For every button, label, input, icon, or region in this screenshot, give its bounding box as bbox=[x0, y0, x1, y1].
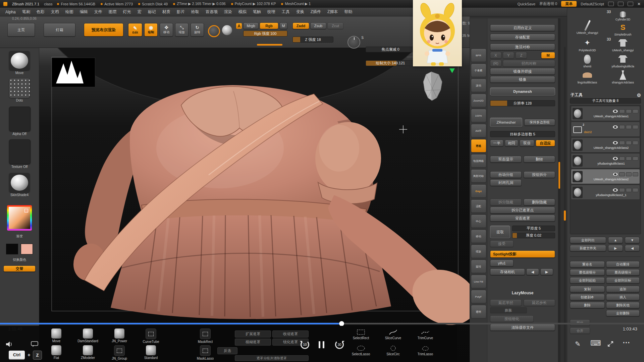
menu-item[interactable]: 纹理 bbox=[267, 9, 275, 15]
stroke-ring-icon[interactable] bbox=[208, 25, 220, 37]
move-down-button[interactable]: ▼ bbox=[625, 237, 640, 243]
quicksave-button[interactable]: QuickSave bbox=[518, 2, 535, 6]
paint-toggle-icon[interactable] bbox=[619, 172, 625, 176]
rotate-mode-button[interactable]: ↻ 旋转 bbox=[191, 23, 204, 37]
menu-item[interactable]: 工具 bbox=[282, 9, 290, 15]
zsub-button[interactable]: Zsub bbox=[310, 22, 326, 29]
move-up-button[interactable]: ▲ bbox=[608, 237, 623, 243]
tool-thumbnail[interactable]: shangyic4dclass bbox=[606, 69, 640, 84]
eye-icon[interactable] bbox=[612, 141, 618, 145]
eye-icon[interactable] bbox=[612, 109, 618, 113]
enable-custom-button[interactable]: 启用自定义 bbox=[490, 24, 555, 31]
lowest-subdiv-button[interactable]: 最低级细分 bbox=[570, 269, 605, 276]
right-shelf-icon[interactable]: 局部对称 bbox=[471, 169, 486, 183]
sculpt-toggle-icon[interactable] bbox=[626, 125, 632, 129]
adaptive-button[interactable]: 自适应 bbox=[536, 140, 555, 146]
right-shelf-icon[interactable]: 缩放 bbox=[471, 245, 486, 258]
paint-toggle-icon[interactable] bbox=[619, 125, 625, 129]
flip-button[interactable]: 翻转 bbox=[524, 156, 555, 163]
menu-item[interactable]: Z插件 bbox=[311, 9, 321, 15]
geo-scrollbar[interactable] bbox=[558, 18, 560, 362]
inflate-slider[interactable]: 膨胀 bbox=[490, 307, 527, 313]
eye-icon[interactable] bbox=[612, 125, 618, 129]
menu-item[interactable]: 文件 bbox=[94, 9, 102, 15]
subtool-scrollbar[interactable] bbox=[564, 47, 566, 362]
store-config-button[interactable]: 存储配置 bbox=[490, 34, 555, 41]
focal-shift-slider[interactable]: 焦点衰减 0 bbox=[366, 47, 415, 52]
mask-toggle-icon[interactable] bbox=[633, 125, 638, 129]
draw-mode-button[interactable]: ◉ 绘制 bbox=[144, 23, 158, 37]
target-polycount-slider[interactable]: 目标多边形数 5 bbox=[490, 131, 555, 137]
menu-item[interactable]: 色彩 bbox=[37, 9, 45, 15]
menu-item[interactable]: Z脚本 bbox=[327, 9, 338, 15]
menu-item[interactable]: 编辑 bbox=[80, 9, 88, 15]
lazy-step-button[interactable]: 延迟步长 bbox=[524, 299, 555, 306]
eye-icon[interactable] bbox=[612, 157, 618, 161]
sculpt-toggle-icon[interactable] bbox=[626, 188, 632, 192]
menu-item[interactable]: 变换 bbox=[296, 9, 304, 15]
symmetry-y-button[interactable]: Y bbox=[503, 52, 514, 59]
tool-thumbnail[interactable]: ✦ PolyMesh3D bbox=[571, 37, 604, 52]
main-color-swatch[interactable] bbox=[6, 244, 18, 254]
zcut-button[interactable]: Zcut bbox=[327, 22, 343, 29]
delete-button[interactable]: 删除 bbox=[570, 302, 605, 308]
color-picker-gradient[interactable] bbox=[9, 207, 30, 229]
split-button[interactable]: 拆分 bbox=[570, 319, 590, 326]
menu-item[interactable]: 灯光 bbox=[123, 9, 131, 15]
create-copy-button[interactable]: 创建副本 bbox=[570, 294, 605, 300]
subtool-item[interactable]: 2 daizi2 bbox=[571, 122, 640, 137]
auto-groups-button[interactable]: 自动分组 bbox=[490, 171, 522, 178]
draw-size-slider[interactable]: 绘制大小 149.121 bbox=[366, 60, 415, 66]
move-in-button[interactable]: ◀ bbox=[625, 245, 640, 251]
move-out-button[interactable]: ▶ bbox=[608, 245, 623, 251]
mask-toggle-icon[interactable] bbox=[633, 109, 638, 113]
right-shelf-icon[interactable]: 透视 bbox=[471, 139, 486, 153]
append-button[interactable]: 追加 bbox=[606, 286, 640, 292]
move-mode-button[interactable]: ✥ 移动 bbox=[160, 23, 173, 37]
insert-button[interactable]: 插入 bbox=[606, 294, 640, 300]
layout-icon[interactable] bbox=[608, 2, 614, 6]
list-all-button[interactable]: 全部列出 bbox=[570, 237, 606, 243]
highest-subdiv-button[interactable]: 最高级细分 bbox=[606, 269, 640, 276]
subtool-item[interactable]: UMesh_shangyic4dclass1 bbox=[571, 106, 640, 121]
edit-mode-button[interactable]: ✎ Edit bbox=[128, 23, 142, 37]
menu-item[interactable]: 文档 bbox=[51, 9, 59, 15]
activate-symmetry-button[interactable]: 激活对称 bbox=[490, 44, 555, 50]
split-hidden-button[interactable]: 拆分隐藏 bbox=[490, 199, 522, 205]
right-shelf-icon[interactable]: 地面网格 bbox=[471, 154, 486, 168]
subtool-scrollbar-thumb[interactable] bbox=[564, 210, 566, 221]
right-shelf-icon[interactable]: PolyF bbox=[471, 290, 486, 303]
subtool-item[interactable]: UMesh_shangyic4dclass2 bbox=[571, 137, 640, 153]
split-masked-button[interactable]: 拆分已遮罩点 bbox=[490, 207, 555, 214]
thickness-slider[interactable]: 厚度 0.02 bbox=[512, 233, 555, 238]
alpha-badge[interactable]: A bbox=[236, 23, 242, 29]
tool-thumbnail[interactable]: 33 Cylinder3D bbox=[606, 10, 640, 21]
menu-item[interactable]: 笔触 bbox=[253, 9, 261, 15]
sculpt-canvas[interactable] bbox=[39, 48, 470, 362]
zadd-button[interactable]: Zadd bbox=[292, 22, 309, 29]
menu-item[interactable]: 图层 bbox=[109, 9, 117, 15]
double-sided-button[interactable]: 双面显示 bbox=[490, 156, 522, 163]
same-button[interactable]: 相同 bbox=[505, 140, 518, 146]
panels-icon[interactable] bbox=[618, 2, 624, 6]
close-icon[interactable]: ✕ bbox=[637, 2, 641, 6]
alpha-preview-thumbnail[interactable] bbox=[52, 58, 95, 87]
secondary-color-swatch[interactable] bbox=[21, 244, 33, 254]
color-picker[interactable] bbox=[7, 205, 32, 231]
swap-color-button[interactable]: 交替 bbox=[3, 265, 36, 272]
smoothness-slider[interactable]: 平滑度 5 bbox=[512, 226, 555, 231]
right-shelf-icon[interactable]: Line Fill bbox=[471, 275, 486, 288]
lazy-radius-button[interactable]: 延迟半径 bbox=[490, 299, 522, 306]
stroke-thumbnail[interactable] bbox=[9, 51, 30, 70]
lazymouse-header[interactable]: LazyMouse bbox=[490, 291, 555, 295]
menu-item[interactable]: 帮助 bbox=[344, 9, 352, 15]
double-button[interactable]: 双倍 bbox=[520, 140, 534, 146]
dynamesh-section-button[interactable]: Dynamesh bbox=[490, 87, 555, 96]
paint-toggle-icon[interactable] bbox=[619, 188, 625, 192]
all-to-start-button[interactable]: 全部到起始 bbox=[570, 277, 605, 284]
material-sphere-icon[interactable] bbox=[222, 25, 232, 35]
tool-thumbnail[interactable]: lingzitulililclass bbox=[571, 69, 604, 84]
gear-icon[interactable]: ⚙ bbox=[637, 93, 641, 98]
mirror-button[interactable]: 镜像 bbox=[490, 76, 555, 83]
menu-item[interactable]: 拾取 bbox=[191, 9, 199, 15]
